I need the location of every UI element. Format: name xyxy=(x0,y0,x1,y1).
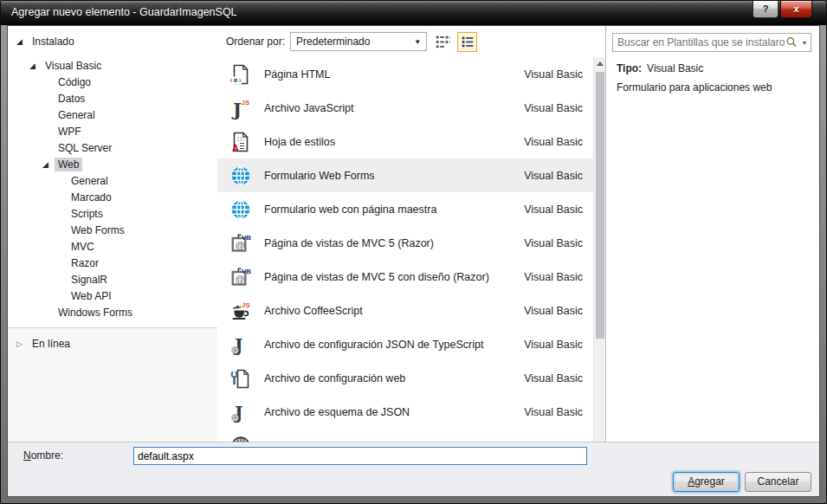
template-item-row[interactable]: JArchivo de configuración JSON de TypeSc… xyxy=(217,327,593,361)
template-item-name: Formulario Web Forms xyxy=(264,170,524,182)
template-item-name: Hoja de estilos xyxy=(264,136,524,148)
tree-item-label: MVC xyxy=(68,240,98,254)
template-list-panel: Ordenar por: Predeterminado ▼ xyxy=(217,26,593,442)
list-toolbar: Ordenar por: Predeterminado ▼ xyxy=(217,26,593,57)
tree-item-scripts[interactable]: Scripts xyxy=(8,205,217,222)
template-item-name: Página HTML xyxy=(264,68,524,81)
tree-item-web[interactable]: ◢Web xyxy=(8,156,217,172)
template-item-name: Archivo JavaScript xyxy=(264,102,524,114)
template-item-type: Visual Basic xyxy=(524,68,583,81)
svg-text:JS: JS xyxy=(242,300,250,308)
tree-item-en-linea[interactable]: ▷ En línea xyxy=(8,335,217,352)
search-input[interactable] xyxy=(613,35,785,50)
scrollbar-thumb[interactable] xyxy=(596,72,604,339)
coffeescript-icon: JS xyxy=(229,300,252,322)
add-button[interactable]: Agregar xyxy=(673,472,740,492)
tree-item-wpf[interactable]: WPF xyxy=(8,123,217,139)
tree-item-label: Instalado xyxy=(29,35,78,48)
tree-item-label: WPF xyxy=(55,125,85,139)
tree-item-label: Visual Basic xyxy=(42,59,105,73)
javascript-file-icon: JJS xyxy=(229,97,252,120)
details-panel: ▼ Tipo:Visual Basic Formulario para apli… xyxy=(605,26,819,442)
svg-text:›: › xyxy=(239,75,242,85)
tree-item-web-api[interactable]: Web API xyxy=(8,288,217,304)
search-options-chevron-icon[interactable]: ▼ xyxy=(798,40,811,46)
cancel-button[interactable]: Cancelar xyxy=(745,472,811,492)
tree-item-instalado[interactable]: ◢Instalado xyxy=(8,33,217,49)
svg-text:J: J xyxy=(231,99,242,120)
dialog-content: ◢Instalado◢Visual BasicCódigoDatosGenera… xyxy=(7,25,820,497)
template-item-row[interactable]: JArchivo de esquema de JSONVisual Basic xyxy=(217,395,593,429)
tree-item-web-forms[interactable]: Web Forms xyxy=(8,222,217,238)
tree-item-label: Web API xyxy=(68,289,114,303)
tree-item-visual-basic[interactable]: ◢Visual Basic xyxy=(8,57,217,74)
chevron-expanded-icon[interactable]: ◢ xyxy=(29,61,42,70)
template-item-type: Visual Basic xyxy=(524,204,583,216)
template-item-type: Visual Basic xyxy=(524,305,583,317)
tree-item-general[interactable]: General xyxy=(8,172,217,189)
tree-item-label: Scripts xyxy=(68,207,107,221)
scroll-up-icon[interactable] xyxy=(594,57,606,70)
template-item-row[interactable]: JSArchivo CoffeeScriptVisual Basic xyxy=(217,294,593,327)
tree-item-signalr[interactable]: SignalR xyxy=(8,271,217,288)
small-icons-view-button[interactable] xyxy=(432,32,452,52)
sort-by-value: Predeterminado xyxy=(296,36,414,48)
close-button[interactable]: x xyxy=(780,1,812,18)
template-item-type: Visual Basic xyxy=(524,271,583,283)
small-icons-view-icon xyxy=(435,34,450,49)
svg-text:VB: VB xyxy=(242,233,251,241)
search-box[interactable]: ▼ xyxy=(612,33,811,52)
template-category-tree: ◢Instalado◢Visual BasicCódigoDatosGenera… xyxy=(8,26,217,442)
template-item-row[interactable]: @VBPágina de vistas de MVC 5 (Razor)Visu… xyxy=(217,226,593,260)
tree-item-razor[interactable]: Razor xyxy=(8,255,217,271)
template-item-name: Archivo de configuración JSON de TypeScr… xyxy=(264,339,524,351)
web-config-icon xyxy=(229,367,252,390)
template-item-name: Página de vistas de MVC 5 (Razor) xyxy=(264,237,524,249)
template-item-row[interactable]: JJSArchivo JavaScriptVisual Basic xyxy=(217,91,593,125)
title-bar[interactable]: Agregar nuevo elemento - GuardarImagenSQ… xyxy=(1,1,826,25)
help-button[interactable]: ? xyxy=(753,1,779,18)
chevron-expanded-icon[interactable]: ◢ xyxy=(42,160,55,169)
template-item-row[interactable]: ‹›Página HTMLVisual Basic xyxy=(217,57,593,91)
sort-by-label: Ordenar por: xyxy=(226,36,285,48)
svg-text:JS: JS xyxy=(242,99,250,107)
list-scrollbar[interactable] xyxy=(593,57,605,496)
search-icon[interactable] xyxy=(785,36,798,49)
add-new-item-dialog: Agregar nuevo elemento - GuardarImagenSQ… xyxy=(0,0,827,504)
svg-text:A: A xyxy=(232,142,239,152)
stylesheet-icon: A xyxy=(229,131,252,153)
tree-item-label: SignalR xyxy=(68,273,111,287)
tree-item-windows-forms[interactable]: Windows Forms xyxy=(8,304,217,320)
chevron-expanded-icon[interactable]: ◢ xyxy=(16,37,29,46)
type-value: Visual Basic xyxy=(647,62,703,74)
tree-item-c-digo[interactable]: Código xyxy=(8,74,217,90)
template-description: Formulario para aplicaciones web xyxy=(617,81,772,94)
template-item-type: Visual Basic xyxy=(524,406,583,418)
sort-by-dropdown[interactable]: Predeterminado ▼ xyxy=(290,32,427,51)
template-item-row[interactable]: Formulario Web FormsVisual Basic xyxy=(217,158,593,192)
tree-item-label: Marcado xyxy=(68,191,115,204)
mvc-view-icon: @VB xyxy=(229,266,252,288)
dialog-footer: Nombre: Agregar Cancelar xyxy=(8,442,819,496)
tree-items: ◢Instalado◢Visual BasicCódigoDatosGenera… xyxy=(8,26,217,320)
tree-item-sql-server[interactable]: SQL Server xyxy=(8,139,217,156)
template-item-name: Archivo de esquema de JSON xyxy=(264,406,524,418)
browser-globe-icon xyxy=(229,435,252,443)
template-item-row[interactable]: Formulario web con página maestraVisual … xyxy=(217,192,593,226)
json-file-icon: J xyxy=(229,401,252,423)
tree-item-general[interactable]: General xyxy=(8,107,217,123)
json-file-icon: J xyxy=(229,333,252,356)
svg-text:VB: VB xyxy=(242,267,251,275)
mvc-view-icon: @VB xyxy=(229,232,252,255)
list-view-button[interactable] xyxy=(457,32,477,52)
tree-item-datos[interactable]: Datos xyxy=(8,90,217,107)
name-input[interactable] xyxy=(133,447,587,465)
template-item-type: Visual Basic xyxy=(524,102,583,114)
tree-item-mvc[interactable]: MVC xyxy=(8,238,217,255)
template-item-row[interactable]: @VBPágina de vistas de MVC 5 con diseño … xyxy=(217,260,593,294)
tree-item-label: Razor xyxy=(68,256,102,270)
template-item-row[interactable]: Archivo de exploradorVisual Basic xyxy=(217,429,593,442)
template-item-row[interactable]: Archivo de configuración webVisual Basic xyxy=(217,361,593,395)
tree-item-marcado[interactable]: Marcado xyxy=(8,189,217,205)
template-item-row[interactable]: AHoja de estilosVisual Basic xyxy=(217,125,593,158)
